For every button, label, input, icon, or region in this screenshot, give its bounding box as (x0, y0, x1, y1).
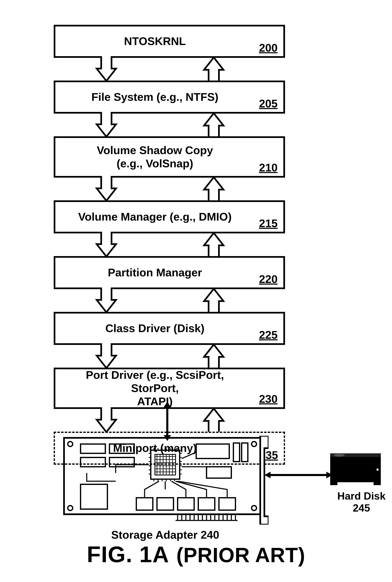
arrow-down-icon (95, 176, 118, 202)
stack-box: Class Driver (Disk)225 (54, 312, 285, 345)
stack-box-label: Volume Shadow Copy(e.g., VolSnap) (97, 144, 213, 170)
svg-rect-11 (110, 458, 134, 467)
svg-rect-50 (196, 444, 229, 458)
svg-point-82 (376, 468, 379, 471)
svg-rect-9 (110, 444, 134, 453)
storage-adapter-icon (62, 436, 268, 524)
arrow-miniport-adapter (161, 402, 174, 441)
arrow-pair (54, 58, 285, 80)
svg-point-7 (252, 506, 256, 510)
svg-rect-53 (206, 467, 231, 478)
stack-box: Volume Manager (e.g., DMIO)215 (54, 200, 285, 234)
arrow-up-icon (202, 288, 225, 314)
stack-box: File System (e.g., NTFS)205 (54, 80, 285, 114)
stack-box: NTOSKRNL200 (54, 25, 285, 58)
arrow-adapter-disk (264, 469, 332, 481)
svg-rect-83 (330, 482, 338, 485)
svg-rect-54 (80, 484, 108, 509)
svg-rect-8 (80, 444, 105, 453)
svg-point-6 (68, 506, 73, 510)
svg-marker-77 (264, 472, 270, 478)
prior-art-label: (PRIOR ART) (176, 544, 305, 566)
svg-point-4 (68, 442, 73, 446)
reference-number: 215 (259, 217, 278, 230)
svg-point-5 (252, 442, 256, 446)
svg-rect-52 (242, 443, 248, 462)
arrow-pair (54, 178, 285, 200)
svg-marker-1 (164, 402, 171, 408)
stack-box-label: NTOSKRNL (124, 35, 186, 48)
arrow-down-icon (95, 288, 118, 314)
stack-box-label: File System (e.g., NTFS) (91, 90, 218, 104)
reference-number: 205 (259, 97, 278, 110)
svg-rect-10 (80, 458, 105, 467)
reference-number: 220 (259, 272, 278, 286)
reference-number: 230 (259, 392, 278, 405)
arrow-pair (54, 234, 285, 256)
arrow-pair (54, 289, 285, 312)
svg-rect-84 (374, 482, 381, 485)
arrow-pair (54, 114, 285, 136)
svg-rect-55 (136, 498, 153, 510)
stack-box: Volume Shadow Copy(e.g., VolSnap)210 (54, 136, 285, 178)
svg-point-81 (334, 454, 345, 457)
hard-disk-caption: Hard Disk 245 (328, 490, 392, 514)
page: NTOSKRNL200File System (e.g., NTFS)205Vo… (0, 0, 392, 582)
stack-box-label: Partition Manager (108, 266, 202, 279)
reference-number: 210 (259, 161, 278, 174)
figure-title: FIG. 1A (PRIOR ART) (0, 541, 392, 567)
svg-rect-59 (219, 498, 236, 510)
arrow-pair (54, 345, 285, 368)
svg-rect-56 (157, 498, 174, 510)
arrow-down-icon (95, 112, 118, 138)
reference-number: 225 (259, 328, 278, 341)
svg-rect-79 (330, 453, 381, 482)
hard-disk: Hard Disk 245 (328, 449, 392, 514)
arrow-up-icon (202, 407, 225, 433)
arrow-up-icon (202, 343, 225, 369)
stack-box: Partition Manager220 (54, 256, 285, 289)
arrow-up-icon (202, 56, 225, 82)
figure-number: FIG. 1A (87, 542, 169, 567)
arrow-down-icon (95, 232, 118, 258)
hard-disk-icon (328, 449, 386, 486)
svg-rect-51 (234, 443, 240, 462)
stack-box-label: Volume Manager (e.g., DMIO) (78, 210, 232, 224)
arrow-down-icon (95, 407, 118, 433)
reference-number: 200 (259, 41, 278, 54)
stack-box-label: Class Driver (Disk) (105, 322, 204, 335)
storage-adapter: Storage Adapter 240 (62, 436, 268, 541)
svg-rect-58 (198, 498, 215, 510)
arrow-up-icon (202, 232, 225, 258)
arrow-up-icon (202, 112, 225, 138)
storage-adapter-caption: Storage Adapter 240 (62, 528, 268, 541)
arrow-down-icon (95, 343, 118, 369)
driver-stack: NTOSKRNL200File System (e.g., NTFS)205Vo… (54, 25, 285, 465)
arrow-up-icon (202, 176, 225, 202)
arrow-down-icon (95, 56, 118, 82)
stack-box-label: Port Driver (e.g., ScsiPort, StorPort,AT… (64, 368, 246, 408)
svg-rect-57 (178, 498, 194, 510)
